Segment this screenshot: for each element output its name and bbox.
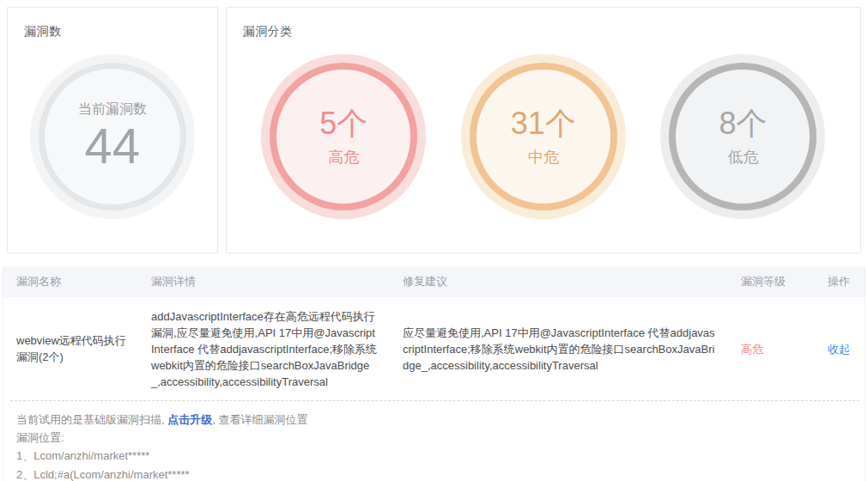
column-header-name: 漏洞名称: [3, 274, 138, 289]
low-severity-circle: 8个 低危: [660, 54, 825, 219]
current-vuln-count-label: 当前漏洞数: [78, 100, 147, 119]
low-severity-count: 8个: [719, 105, 767, 142]
medium-severity-circle: 31个 中危: [461, 54, 626, 219]
column-header-suggestion: 修复建议: [390, 274, 728, 289]
medium-severity-count: 31个: [511, 105, 576, 142]
high-severity-count: 5个: [319, 105, 367, 142]
vuln-location-item: 1、Lcom/anzhi/market*****: [16, 448, 852, 464]
vuln-count-card: 漏洞数 当前漏洞数 44: [7, 7, 218, 253]
high-severity-label: 高危: [328, 147, 359, 167]
current-vuln-count-value: 44: [85, 120, 141, 173]
column-header-detail: 漏洞详情: [138, 274, 390, 289]
low-severity-label: 低危: [727, 147, 758, 167]
upgrade-notice-prefix: 当前试用的是基础版漏洞扫描,: [16, 413, 167, 426]
column-header-level: 漏洞等级: [728, 274, 815, 289]
vuln-name-cell: webview远程代码执行漏洞(2个): [3, 322, 138, 375]
vuln-count-card-title: 漏洞数: [24, 24, 62, 40]
upgrade-notice-suffix: , 查看详细漏洞位置: [212, 413, 307, 426]
column-header-action: 操作: [815, 274, 865, 289]
collapse-row-link[interactable]: 收起: [815, 331, 865, 368]
vuln-classification-card: 漏洞分类 5个 高危 31个 中危 8个 低危: [226, 7, 861, 253]
table-header-row: 漏洞名称 漏洞详情 修复建议 漏洞等级 操作: [3, 266, 865, 297]
upgrade-notice: 当前试用的是基础版漏洞扫描, 点击升级, 查看详细漏洞位置: [16, 412, 852, 427]
vuln-classification-card-title: 漏洞分类: [243, 24, 293, 40]
high-severity-circle: 5个 高危: [261, 54, 426, 219]
expanded-detail-panel: 当前试用的是基础版漏洞扫描, 点击升级, 查看详细漏洞位置 漏洞位置: 1、Lc…: [3, 400, 865, 481]
vuln-detail-cell: addJavascriptInterface存在高危远程代码执行漏洞,应尽量避免…: [138, 298, 390, 400]
vuln-level-badge: 高危: [728, 331, 815, 368]
vuln-location-item: 2、Lcld;#a(Lcom/anzhi/market*****: [16, 467, 852, 481]
summary-cards: 漏洞数 当前漏洞数 44 漏洞分类 5个 高危 31个 中危: [0, 0, 868, 253]
upgrade-link[interactable]: 点击升级: [167, 413, 212, 426]
total-circle: 当前漏洞数 44: [30, 54, 195, 219]
table-row: webview远程代码执行漏洞(2个) addJavascriptInterfa…: [3, 297, 865, 400]
vulnerability-table: 漏洞名称 漏洞详情 修复建议 漏洞等级 操作 webview远程代码执行漏洞(2…: [3, 266, 865, 481]
medium-severity-label: 中危: [528, 147, 559, 167]
vuln-location-label: 漏洞位置:: [16, 430, 852, 445]
vuln-suggestion-cell: 应尽量避免使用,API 17中用@JavascriptInterface 代替a…: [390, 314, 728, 384]
